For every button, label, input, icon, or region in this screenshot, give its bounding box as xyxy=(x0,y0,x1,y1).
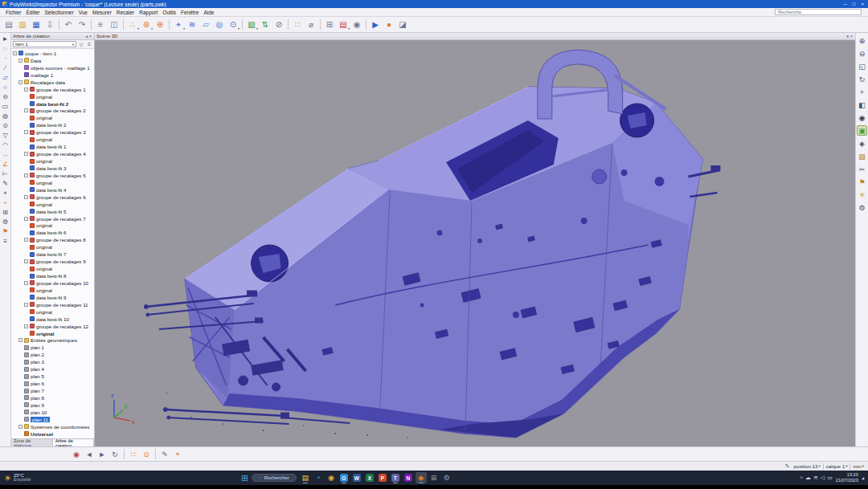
tree-item-project[interactable]: −coque - item 1 xyxy=(11,50,94,57)
pan-view-icon[interactable]: + xyxy=(857,87,867,97)
taskbar-app-word[interactable]: W xyxy=(351,472,362,483)
import-icon[interactable]: ⇩ xyxy=(43,18,56,31)
rotate-view-icon[interactable]: ↻ xyxy=(857,74,867,84)
tree-item-bestfit[interactable]: data best-fit 1 xyxy=(11,143,94,150)
tree-item-group[interactable]: −groupe de recalages 5 xyxy=(11,172,94,179)
probe-tip-icon[interactable]: ⊙ xyxy=(141,449,152,460)
taskbar-app-calculator[interactable]: ⊞ xyxy=(428,472,440,483)
tree-item-original[interactable]: original xyxy=(11,222,94,230)
tree-item-plane[interactable]: plan 8 xyxy=(11,394,94,401)
expander-icon[interactable]: − xyxy=(24,152,28,156)
tree-item-original[interactable]: original xyxy=(11,136,94,143)
tree-item-mesh[interactable]: maillage 1 xyxy=(11,71,94,79)
target-points-icon[interactable]: ⌖ xyxy=(172,449,183,460)
select-arrow-icon[interactable]: ► xyxy=(1,35,10,43)
comparison-points-icon[interactable]: ∷ xyxy=(291,18,304,31)
lighting-icon[interactable]: ☀ xyxy=(857,189,867,200)
tree-item-original[interactable]: original xyxy=(11,330,94,337)
create-sphere-icon[interactable]: ◍ xyxy=(1,112,10,120)
tree-item-folder[interactable]: −Recalages data xyxy=(11,79,94,86)
taskbar-search[interactable]: ◌ Rechercher xyxy=(252,474,297,482)
tree-item-original[interactable]: original xyxy=(11,243,94,251)
expander-icon[interactable]: − xyxy=(18,425,23,429)
tree-item-bestfit[interactable]: data best-fit 3 xyxy=(11,165,94,172)
layers-icon[interactable]: ≡ xyxy=(1,237,10,246)
expander-icon[interactable]: − xyxy=(18,338,23,342)
expander-icon[interactable]: − xyxy=(13,51,17,55)
create-plane-icon[interactable]: ▱ xyxy=(1,73,10,82)
tab-zone-de-dialogue[interactable]: Zone de dialogue xyxy=(11,439,53,446)
measure-distance-icon[interactable]: ↔ xyxy=(1,150,10,159)
taskbar-app-outlook[interactable]: O xyxy=(338,472,350,483)
expander-icon[interactable]: − xyxy=(24,173,28,177)
tree-item-folder[interactable]: −Systèmes de coordonnées xyxy=(11,423,94,430)
snapshot-gallery-icon[interactable]: ◫ xyxy=(108,18,121,31)
scene-3d[interactable]: z x y xyxy=(95,40,855,446)
tree-item-original[interactable]: original xyxy=(11,201,94,208)
expander-icon[interactable]: − xyxy=(24,88,28,92)
tree-item-group[interactable]: −groupe de recalages 9 xyxy=(11,258,94,265)
taskbar-app-edge-browser[interactable]: ◔ xyxy=(313,472,324,483)
tree-item-plane[interactable]: plan 5 xyxy=(11,373,94,380)
tree-item-plane[interactable]: plan 3 xyxy=(11,358,94,365)
tree-item-plane[interactable]: plan 4 xyxy=(11,365,94,373)
menu-outils[interactable]: Outils xyxy=(160,10,178,15)
tree-item-group[interactable]: −groupe de recalages 12 xyxy=(11,323,94,330)
close-icon[interactable]: × xyxy=(861,2,864,6)
tree-item-sources[interactable]: objets sources - maillage 1 xyxy=(11,64,94,71)
tree-options-icon[interactable]: ≡ xyxy=(86,42,92,47)
taskbar-app-excel[interactable]: X xyxy=(364,472,375,483)
expander-icon[interactable]: − xyxy=(24,217,28,221)
minimize-icon[interactable]: ─ xyxy=(844,2,847,6)
align-surfaces-icon[interactable]: ∴▾ xyxy=(126,18,139,31)
loop-sequence-icon[interactable]: ↻ xyxy=(109,449,121,460)
expander-icon[interactable]: − xyxy=(24,324,28,328)
expander-icon[interactable]: − xyxy=(24,238,28,242)
tree-item-group[interactable]: −groupe de recalages 8 xyxy=(11,236,94,243)
tree-item-bestfit[interactable]: data best-fit 8 xyxy=(11,272,94,279)
step-forward-icon[interactable]: ► xyxy=(96,449,108,460)
probe-device-icon[interactable]: ⌖▾ xyxy=(172,18,185,31)
gear-tool-icon[interactable]: ⚙ xyxy=(1,218,10,226)
expander-icon[interactable]: − xyxy=(24,281,28,285)
3d-model-coque[interactable] xyxy=(144,50,720,438)
expander-icon[interactable]: − xyxy=(24,108,28,112)
menu-fenetre[interactable]: Fenêtre xyxy=(178,10,201,15)
tree-item-folder[interactable]: −Entités géométriques xyxy=(11,337,94,344)
create-slot-icon[interactable]: ⊖ xyxy=(1,92,10,101)
viewport-close-icon[interactable]: × xyxy=(850,34,854,39)
new-document-icon[interactable]: ▤ xyxy=(2,18,15,31)
measure-angle-icon[interactable]: ∠ xyxy=(1,160,10,169)
feature-plane-icon[interactable]: ▱ xyxy=(199,18,212,31)
grid-icon[interactable]: ⊞ xyxy=(1,208,10,217)
capture-snapshot-icon[interactable]: ◉ xyxy=(350,18,363,31)
laser-scan-icon[interactable]: ≋ xyxy=(186,18,199,31)
status-layer[interactable]: calque 1▾ xyxy=(826,463,848,469)
menu-rapport[interactable]: Rapport xyxy=(137,10,160,15)
best-fit-alignment-icon[interactable]: ⊛▾ xyxy=(140,18,153,31)
onedrive-icon[interactable]: ☁ xyxy=(805,475,811,481)
tree-item-group[interactable]: −groupe de recalages 1 xyxy=(11,86,94,93)
volume-icon[interactable]: ◁ xyxy=(821,475,825,481)
tree-item-group[interactable]: −groupe de recalages 7 xyxy=(11,215,94,222)
status-units[interactable]: mm▾ xyxy=(853,463,864,469)
edit-pencil-icon[interactable]: ✎ xyxy=(785,463,790,470)
tree-item-plane[interactable]: plan 10 xyxy=(11,409,94,416)
viewer-settings-icon[interactable]: ⚙ xyxy=(857,202,867,213)
tree-item-plane[interactable]: plan 2 xyxy=(11,351,94,358)
tree-item-group[interactable]: −groupe de recalages 3 xyxy=(11,128,94,136)
menu-selectionner[interactable]: Sélectionner xyxy=(43,10,76,15)
battery-icon[interactable]: ▭ xyxy=(827,475,833,481)
tree-item-plane[interactable]: plan 11 xyxy=(11,416,94,423)
clipping-plane-icon[interactable]: ✂ xyxy=(857,164,867,174)
tree-item-plane[interactable]: plan 9 xyxy=(11,401,94,409)
tree-item-bestfit[interactable]: data best-fit 10 xyxy=(11,316,94,323)
create-circle-icon[interactable]: ○ xyxy=(1,83,10,92)
tray-chevron-icon[interactable]: ^ xyxy=(800,475,803,481)
tree-item-group[interactable]: −groupe de recalages 6 xyxy=(11,194,94,201)
taskbar-app-file-explorer[interactable]: ▤ xyxy=(300,472,311,483)
digital-readout-icon[interactable]: ∷ xyxy=(128,449,139,460)
tree-item-group[interactable]: −groupe de recalages 10 xyxy=(11,279,94,287)
record-macro-icon[interactable]: ● xyxy=(383,18,395,31)
tree-item-group[interactable]: −groupe de recalages 4 xyxy=(11,150,94,157)
